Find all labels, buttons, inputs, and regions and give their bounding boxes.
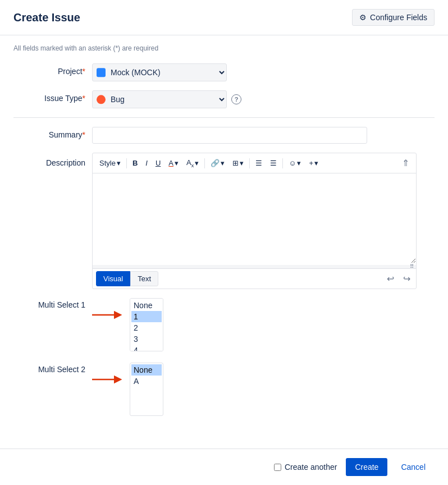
project-label: Project* [13, 63, 92, 76]
description-textarea[interactable] [93, 173, 416, 263]
red-arrow-2-icon [92, 374, 123, 385]
font-format-button[interactable]: Ax ▾ [183, 156, 202, 171]
required-note: All fields marked with an asterisk (*) a… [13, 44, 435, 52]
multi-select-2-row: Multi Select 2 [13, 363, 435, 416]
link-chevron-icon: ▾ [221, 159, 225, 167]
toolbar-sep-1 [126, 158, 127, 168]
numbered-list-icon: ☰ [270, 159, 277, 167]
project-control: Mock (MOCK) [92, 63, 435, 81]
italic-button[interactable]: I [142, 157, 151, 170]
project-select[interactable]: Mock (MOCK) [92, 63, 227, 81]
editor-actions: ↩ ↪ [385, 272, 413, 285]
create-another-label[interactable]: Create another [274, 463, 337, 472]
style-dropdown-button[interactable]: Style ▾ [96, 157, 124, 170]
multi-select-2-wrapper: None A [92, 363, 163, 416]
bold-button[interactable]: B [129, 157, 141, 170]
summary-label: Summary* [13, 127, 92, 139]
summary-input[interactable] [92, 127, 367, 144]
modal-body: All fields marked with an asterisk (*) a… [0, 35, 448, 449]
modal-footer: Create another Create Cancel [0, 449, 448, 485]
project-row: Project* Mock (MOCK) [13, 63, 435, 81]
issue-type-select-wrapper: Bug [92, 90, 227, 108]
visual-tab[interactable]: Visual [96, 271, 130, 286]
red-arrow-1-icon [92, 309, 123, 321]
numbered-list-button[interactable]: ☰ [267, 157, 280, 170]
color-chevron-icon: ▾ [175, 159, 179, 167]
multi-select-1-label: Multi Select 1 [13, 298, 92, 309]
summary-row: Summary* [13, 127, 435, 144]
multi-select-1-listbox[interactable]: None 1 2 3 4 [130, 298, 163, 351]
create-another-checkbox[interactable] [274, 464, 281, 471]
multi-select-1-wrapper: None 1 2 3 4 [92, 298, 163, 351]
editor-toolbar: Style ▾ B I U A ▾ Ax ▾ [93, 153, 416, 173]
link-icon: 🔗 [211, 159, 220, 167]
underline-button[interactable]: U [152, 157, 164, 170]
table-chevron-icon: ▾ [240, 159, 244, 167]
project-select-wrapper: Mock (MOCK) [92, 63, 227, 81]
multi-select-1-arrow [92, 309, 123, 321]
issue-type-help-icon[interactable]: ? [231, 94, 241, 104]
table-icon: ⊞ [232, 159, 239, 167]
issue-type-select[interactable]: Bug [92, 90, 227, 108]
text-tab[interactable]: Text [130, 271, 158, 286]
more-icon: + [309, 159, 313, 167]
multi-select-2-arrow [92, 374, 123, 385]
resize-indicator: ⠿ [410, 264, 414, 269]
redo-button[interactable]: ↪ [401, 272, 413, 285]
issue-type-control: Bug ? [92, 90, 435, 108]
text-color-button[interactable]: A ▾ [165, 157, 182, 170]
more-chevron-icon: ▾ [314, 159, 318, 167]
description-row: Description Style ▾ B I U A ▾ [13, 153, 435, 289]
bullet-list-icon: ☰ [255, 159, 262, 167]
form-divider [13, 117, 435, 118]
link-button[interactable]: 🔗 ▾ [207, 157, 228, 170]
emoji-button[interactable]: ☺ ▾ [285, 157, 304, 170]
cancel-button[interactable]: Cancel [392, 458, 435, 476]
collapse-icon: ⇑ [402, 158, 409, 168]
multi-select-1-control: None 1 2 3 4 [92, 298, 435, 351]
configure-fields-button[interactable]: ⚙ Configure Fields [352, 9, 435, 26]
collapse-toolbar-button[interactable]: ⇑ [399, 155, 413, 171]
toolbar-sep-3 [249, 158, 250, 168]
description-label: Description [13, 153, 92, 167]
modal-title: Create Issue [13, 11, 80, 24]
editor-tabs: Visual Text [96, 271, 158, 286]
undo-button[interactable]: ↩ [385, 272, 396, 285]
format-chevron-icon: ▾ [195, 159, 199, 167]
bullet-list-button[interactable]: ☰ [252, 157, 266, 170]
editor-footer: Visual Text ↩ ↪ [93, 268, 416, 289]
toolbar-sep-4 [282, 158, 283, 168]
issue-type-label: Issue Type* [13, 90, 92, 103]
multi-select-2-listbox[interactable]: None A [130, 363, 163, 416]
emoji-chevron-icon: ▾ [297, 159, 301, 167]
multi-select-1-row: Multi Select 1 [13, 298, 435, 351]
multi-select-2-label: Multi Select 2 [13, 363, 92, 374]
create-issue-modal: Create Issue ⚙ Configure Fields All fiel… [0, 0, 448, 485]
summary-control [92, 127, 435, 144]
modal-header: Create Issue ⚙ Configure Fields [0, 0, 448, 35]
more-options-button[interactable]: + ▾ [305, 157, 322, 170]
emoji-icon: ☺ [289, 159, 296, 167]
configure-fields-label: Configure Fields [370, 13, 427, 22]
table-button[interactable]: ⊞ ▾ [229, 157, 247, 170]
toolbar-sep-2 [204, 158, 205, 168]
editor-wrapper: Style ▾ B I U A ▾ Ax ▾ [92, 153, 417, 289]
style-chevron-icon: ▾ [117, 159, 121, 167]
create-button[interactable]: Create [346, 458, 387, 476]
gear-icon: ⚙ [359, 13, 367, 22]
multi-select-2-control: None A [92, 363, 435, 416]
issue-type-row: Issue Type* Bug ? [13, 90, 435, 108]
